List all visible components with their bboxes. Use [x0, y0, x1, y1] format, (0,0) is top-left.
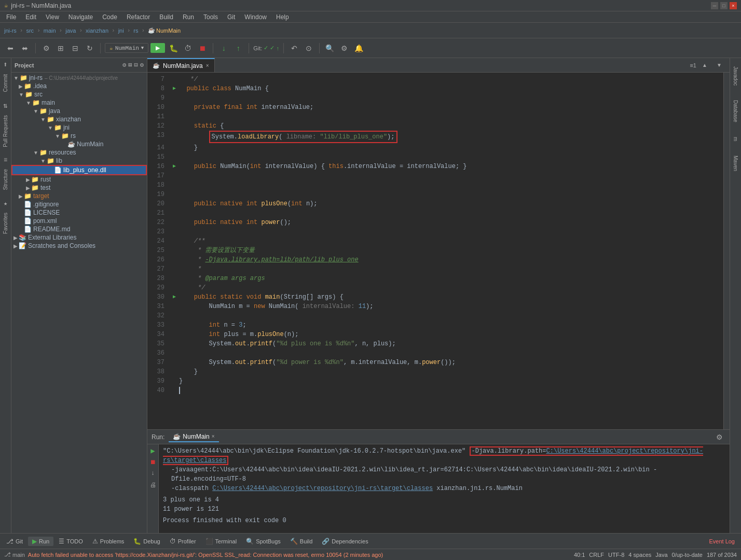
tree-item-rust[interactable]: ▶ 📁 rust — [11, 175, 147, 184]
settings2-button[interactable]: ⚙ — [338, 42, 351, 54]
tree-item-external-libs[interactable]: ▶ 📚 External Libraries — [11, 233, 147, 242]
git-update-button[interactable]: ↓ — [217, 42, 230, 54]
rerun-button[interactable]: ▶ — [150, 446, 155, 455]
profile-button[interactable]: ⏱ — [182, 42, 194, 54]
menu-window[interactable]: Window — [240, 12, 271, 22]
stop-button[interactable]: ⏹ — [196, 42, 209, 54]
tree-item-numMain[interactable]: ☕ NumMain — [11, 140, 147, 148]
breadcrumb-main[interactable]: main — [44, 27, 56, 34]
tree-item-scratches[interactable]: ▶ 📝 Scratches and Consoles — [11, 242, 147, 250]
tree-item-gitignore[interactable]: 📄 .gitignore — [11, 200, 147, 208]
git-branch-status[interactable]: ⎇ main — [4, 551, 25, 558]
toolbar-refresh-button[interactable]: ↻ — [84, 42, 96, 54]
menu-tools[interactable]: Tools — [199, 12, 222, 22]
search-button[interactable]: 🔍 — [324, 42, 336, 54]
breadcrumb-jni-rs[interactable]: jni-rs — [4, 27, 17, 34]
toolbar-collapse-button[interactable]: ⊟ — [69, 42, 81, 54]
maximize-button[interactable]: □ — [720, 2, 728, 9]
event-log-btn[interactable]: Event Log — [705, 537, 739, 545]
menu-file[interactable]: File — [2, 12, 20, 22]
tree-item-target[interactable]: ▶ 📁 target — [11, 192, 147, 200]
terminal-bottom-btn[interactable]: ⬛ Terminal — [201, 537, 241, 546]
breadcrumb-jni[interactable]: jni — [118, 27, 124, 34]
run-panel-settings-button[interactable]: ⚙ — [713, 431, 725, 443]
sidebar-settings-icon[interactable]: ⚙ — [122, 61, 126, 69]
tab-chevron-down[interactable]: ▼ — [713, 59, 725, 72]
tree-item-jni-rs[interactable]: ▼ 📁 jni-rs – C:\Users\42444\abc\project\… — [11, 74, 147, 82]
tree-item-idea[interactable]: ▶ 📁 .idea — [11, 82, 147, 90]
minimize-button[interactable]: ─ — [711, 2, 718, 9]
history-button[interactable]: ⊙ — [303, 42, 315, 54]
breadcrumb-numMain[interactable]: ☕ NumMain — [148, 27, 181, 34]
tree-item-xianzhan[interactable]: ▼ 📁 xianzhan — [11, 115, 147, 123]
notifications-button[interactable]: 🔔 — [353, 42, 365, 54]
toolbar-settings-button[interactable]: ⚙ — [40, 42, 52, 54]
problems-bottom-btn[interactable]: ⚠ Problems — [88, 537, 128, 546]
run-tab-close-button[interactable]: × — [212, 433, 215, 439]
run-button[interactable]: ▶ — [150, 43, 165, 53]
tree-item-src[interactable]: ▼ 📁 src — [11, 90, 147, 99]
menu-git[interactable]: Git — [223, 12, 239, 22]
tree-item-java[interactable]: ▼ 📁 java — [11, 107, 147, 115]
menu-edit[interactable]: Edit — [21, 12, 40, 22]
run-gutter-8[interactable]: ▶ — [173, 84, 176, 93]
menu-run[interactable]: Run — [179, 12, 198, 22]
run-config-selector[interactable]: ☕ NumMain ▼ — [105, 43, 148, 53]
git-push-button[interactable]: ↑ — [232, 42, 244, 54]
language-status[interactable]: Java — [655, 552, 667, 558]
run-gutter-30[interactable]: ▶ — [173, 292, 176, 302]
menu-navigate[interactable]: Navigate — [64, 12, 97, 22]
menu-build[interactable]: Build — [155, 12, 177, 22]
tree-item-jni[interactable]: ▼ 📁 jni — [11, 123, 147, 132]
tree-item-resources[interactable]: ▼ 📁 resources — [11, 148, 147, 157]
todo-bottom-btn[interactable]: ☰ TODO — [54, 537, 87, 546]
tree-item-lib[interactable]: ▼ 📁 lib — [11, 157, 147, 165]
pull-requests-tool[interactable]: ⇅ Pull Requests — [2, 101, 9, 151]
encoding-status[interactable]: UTF-8 — [608, 552, 624, 558]
tree-item-license[interactable]: 📄 LICENSE — [11, 208, 147, 217]
toolbar-forward-button[interactable]: ⬌ — [19, 42, 31, 54]
cursor-position-status[interactable]: 40:1 — [574, 552, 585, 558]
tree-item-main[interactable]: ▼ 📁 main — [11, 99, 147, 107]
breadcrumb-rs[interactable]: rs — [133, 27, 138, 34]
lines-status[interactable]: 187 of 2034 — [707, 552, 737, 558]
tree-item-test[interactable]: ▶ 📁 test — [11, 184, 147, 192]
menu-view[interactable]: View — [42, 12, 63, 22]
structure-tool[interactable]: ≡ Structure — [2, 157, 9, 194]
menu-help[interactable]: Help — [272, 12, 293, 22]
menu-refactor[interactable]: Refactor — [122, 12, 154, 22]
breadcrumb-java[interactable]: java — [65, 27, 76, 34]
close-button[interactable]: × — [730, 2, 737, 9]
sidebar-collapse-icon[interactable]: ⊟ — [134, 61, 138, 69]
menu-code[interactable]: Code — [98, 12, 121, 22]
stop-run-button[interactable]: ⏹ — [148, 457, 158, 467]
tree-item-dll[interactable]: 📄 lib_plus_one.dll — [11, 165, 147, 175]
breadcrumb-src[interactable]: src — [26, 27, 34, 34]
debug-bottom-btn[interactable]: 🐛 Debug — [129, 537, 164, 546]
tab-chevron-up[interactable]: ▲ — [698, 59, 711, 72]
toolbar-back-button[interactable]: ⬅ — [4, 42, 17, 54]
debug-button[interactable]: 🐛 — [167, 42, 180, 54]
spotbugs-bottom-btn[interactable]: 🔍 SpotBugs — [242, 537, 285, 546]
javadoc-tool[interactable]: Javadoc — [732, 60, 739, 94]
tab-close-button[interactable]: × — [206, 63, 209, 68]
favorites-tool[interactable]: ★ Favorites — [2, 200, 9, 238]
sidebar-expand-icon[interactable]: ⊞ — [128, 61, 132, 69]
editor-scrollbar[interactable] — [723, 73, 730, 429]
git-bottom-btn[interactable]: ⎇ Git — [2, 537, 27, 546]
database-tool[interactable]: Database — [732, 94, 739, 131]
dependencies-bottom-btn[interactable]: 🔗 Dependencies — [318, 537, 372, 546]
build-bottom-btn[interactable]: 🔨 Build — [286, 537, 317, 546]
print-button[interactable]: 🖨 — [148, 480, 158, 489]
toolbar-expand-button[interactable]: ⊞ — [54, 42, 67, 54]
tree-item-rs[interactable]: ▼ 📁 rs — [11, 132, 147, 140]
undo-button[interactable]: ↶ — [288, 42, 300, 54]
tree-item-pom[interactable]: 📄 pom.xml — [11, 217, 147, 225]
tree-item-readme[interactable]: 📄 README.md — [11, 225, 147, 233]
run-tab-numMain[interactable]: ☕ NumMain × — [169, 432, 218, 442]
run-bottom-btn[interactable]: ▶ Run — [28, 537, 53, 546]
maven-tool[interactable]: Maven — [732, 149, 739, 179]
indent-status[interactable]: 4 spaces — [628, 552, 651, 558]
breadcrumb-xianzhan[interactable]: xianzhan — [86, 27, 108, 34]
classpath-link2[interactable]: C:\Users\42444\abc\project\repository\jn… — [212, 485, 433, 492]
